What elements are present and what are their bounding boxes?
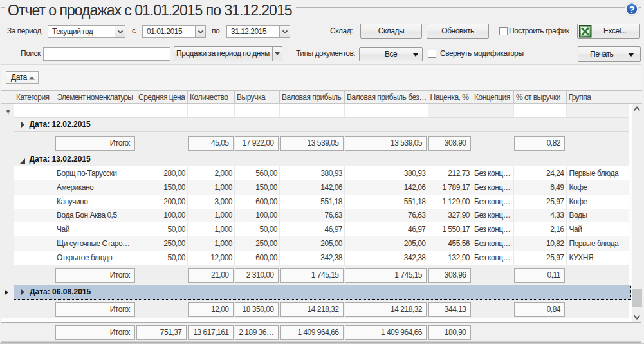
svg-text:?: ? (629, 5, 634, 15)
